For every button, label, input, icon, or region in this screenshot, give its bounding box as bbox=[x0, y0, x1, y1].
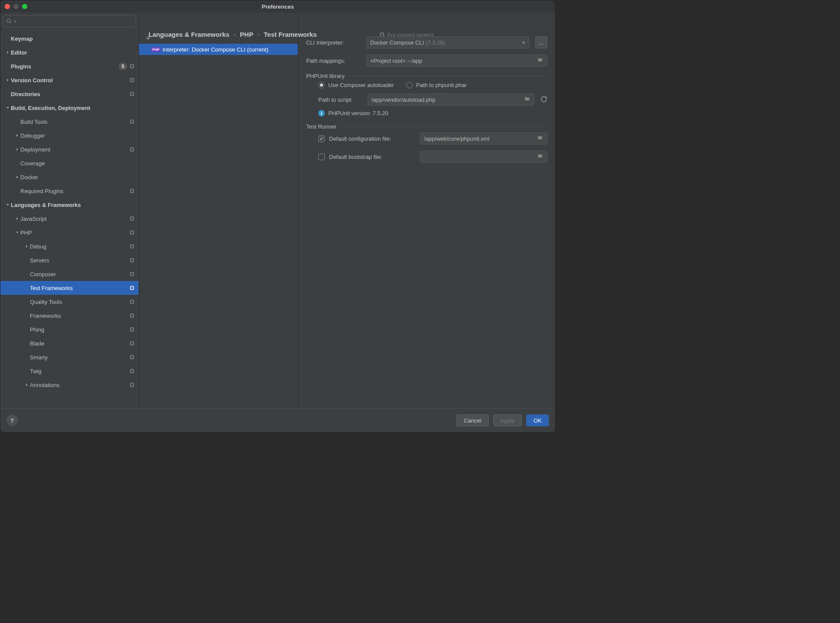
radio-autoloader[interactable]: Use Composer autoloader bbox=[318, 82, 394, 88]
chevron-right-icon[interactable] bbox=[5, 77, 11, 83]
chevron-down-icon[interactable] bbox=[5, 105, 11, 111]
badge: 5 bbox=[119, 63, 127, 70]
svg-rect-13 bbox=[131, 148, 133, 151]
tree-item-directories[interactable]: Directories bbox=[0, 87, 139, 101]
project-icon bbox=[129, 382, 135, 388]
project-icon bbox=[129, 216, 135, 222]
project-icon bbox=[129, 63, 135, 69]
tree-item-javascript[interactable]: JavaScript bbox=[0, 212, 139, 226]
tree-item-keymap[interactable]: Keymap bbox=[0, 32, 139, 45]
svg-point-2 bbox=[7, 19, 10, 23]
browse-button[interactable]: … bbox=[535, 36, 547, 48]
svg-line-3 bbox=[10, 22, 11, 23]
tree-item-debugger[interactable]: Debugger bbox=[0, 129, 139, 142]
project-icon bbox=[129, 368, 135, 374]
svg-rect-41 bbox=[131, 383, 133, 387]
php-icon: PHP bbox=[151, 47, 161, 52]
chevron-down-icon[interactable] bbox=[5, 202, 11, 208]
svg-rect-21 bbox=[131, 245, 133, 248]
chevron-right-icon[interactable] bbox=[14, 174, 20, 180]
cli-interpreter-select[interactable]: Docker Compose CLI (7.3.26) ▾ bbox=[366, 36, 529, 48]
cancel-button[interactable]: Cancel bbox=[456, 414, 488, 426]
help-button[interactable]: ? bbox=[6, 415, 18, 426]
tree-item-debug[interactable]: Debug bbox=[0, 239, 139, 253]
phpunit-version: PHPUnit version: 7.5.20 bbox=[328, 110, 388, 116]
svg-rect-7 bbox=[131, 78, 133, 82]
project-icon bbox=[129, 354, 135, 360]
tree-item-smarty[interactable]: Smarty bbox=[0, 350, 139, 364]
path-mappings-input[interactable]: <Project root>→/app bbox=[366, 55, 547, 67]
tree-item-editor[interactable]: Editor bbox=[0, 45, 139, 59]
mappings-label: Path mappings: bbox=[306, 58, 360, 64]
project-icon bbox=[129, 188, 135, 194]
runner-section: Test Runner bbox=[306, 123, 547, 130]
tree-item-twig[interactable]: Twig bbox=[0, 364, 139, 378]
svg-rect-15 bbox=[131, 189, 133, 193]
project-icon bbox=[129, 77, 135, 83]
bootstrap-file-input[interactable] bbox=[420, 151, 547, 163]
tree-item-php[interactable]: PHP bbox=[0, 226, 139, 239]
project-icon bbox=[129, 326, 135, 332]
radio-phar[interactable]: Path to phpunit.phar bbox=[406, 82, 467, 88]
tree-item-required-plugins[interactable]: Required Plugins bbox=[0, 184, 139, 198]
svg-rect-37 bbox=[131, 355, 133, 359]
tree-item-frameworks[interactable]: Frameworks bbox=[0, 309, 139, 323]
ok-button[interactable]: OK bbox=[526, 414, 549, 426]
conf-file-input[interactable]: /app/web/core/phpunit.xml bbox=[420, 132, 547, 145]
list-item[interactable]: PHP Interpreter: Docker Compose CLI (cur… bbox=[139, 44, 298, 55]
tree-item-build-tools[interactable]: Build Tools bbox=[0, 115, 139, 129]
tree-item-blade[interactable]: Blade bbox=[0, 336, 139, 350]
chevron-down-icon[interactable] bbox=[14, 229, 20, 236]
project-icon bbox=[129, 229, 135, 236]
tree-item-build-execution-deployment[interactable]: Build, Execution, Deployment bbox=[0, 101, 139, 115]
tree-item-deployment[interactable]: Deployment bbox=[0, 142, 139, 156]
svg-rect-39 bbox=[131, 369, 133, 373]
tree-item-languages-frameworks[interactable]: Languages & Frameworks bbox=[0, 198, 139, 212]
search-input[interactable]: ▾ bbox=[3, 15, 136, 27]
tree-item-servers[interactable]: Servers bbox=[0, 253, 139, 267]
folder-icon[interactable] bbox=[537, 153, 543, 160]
svg-rect-29 bbox=[131, 300, 133, 303]
window-title: Preferences bbox=[0, 3, 555, 10]
svg-rect-9 bbox=[131, 92, 133, 96]
tree-item-plugins[interactable]: Plugins5 bbox=[0, 59, 139, 73]
project-icon bbox=[129, 285, 135, 291]
info-icon: i bbox=[318, 110, 325, 116]
svg-rect-33 bbox=[131, 328, 133, 331]
refresh-icon[interactable] bbox=[540, 96, 547, 104]
folder-icon[interactable] bbox=[537, 135, 543, 142]
tree-item-coverage[interactable]: Coverage bbox=[0, 156, 139, 170]
folder-icon[interactable] bbox=[537, 57, 543, 64]
bootstrap-checkbox[interactable] bbox=[318, 154, 325, 160]
apply-button[interactable]: Apply bbox=[493, 414, 522, 426]
chevron-down-icon: ▾ bbox=[522, 39, 525, 46]
tree-item-version-control[interactable]: Version Control bbox=[0, 73, 139, 87]
svg-rect-25 bbox=[131, 272, 133, 276]
project-icon bbox=[129, 146, 135, 152]
phpunit-section: PHPUnit library bbox=[306, 73, 547, 79]
chevron-right-icon: › bbox=[258, 31, 259, 38]
conf-checkbox[interactable] bbox=[318, 136, 325, 142]
chevron-right-icon[interactable] bbox=[24, 382, 30, 388]
tree-item-quality-tools[interactable]: Quality Tools bbox=[0, 295, 139, 309]
project-icon bbox=[129, 271, 135, 277]
chevron-right-icon[interactable] bbox=[14, 216, 20, 222]
chevron-right-icon[interactable] bbox=[5, 49, 11, 55]
chevron-right-icon[interactable] bbox=[24, 243, 30, 249]
breadcrumb[interactable]: Languages & Frameworks bbox=[149, 31, 229, 38]
chevron-right-icon: › bbox=[234, 31, 236, 38]
tree-item-composer[interactable]: Composer bbox=[0, 267, 139, 281]
project-icon bbox=[129, 243, 135, 249]
tree-item-test-frameworks[interactable]: Test Frameworks bbox=[0, 281, 139, 295]
project-icon bbox=[129, 313, 135, 319]
folder-icon[interactable] bbox=[524, 96, 530, 103]
path-script-input[interactable]: /app/vendor/autoload.php bbox=[368, 94, 534, 106]
tree-item-docker[interactable]: Docker bbox=[0, 170, 139, 184]
breadcrumb[interactable]: PHP bbox=[240, 31, 253, 38]
bootstrap-label: Default bootstrap file: bbox=[329, 154, 416, 160]
chevron-right-icon[interactable] bbox=[14, 132, 20, 139]
project-icon bbox=[129, 91, 135, 97]
tree-item-phing[interactable]: Phing bbox=[0, 323, 139, 336]
chevron-right-icon[interactable] bbox=[14, 146, 20, 152]
tree-item-annotations[interactable]: Annotations bbox=[0, 378, 139, 392]
